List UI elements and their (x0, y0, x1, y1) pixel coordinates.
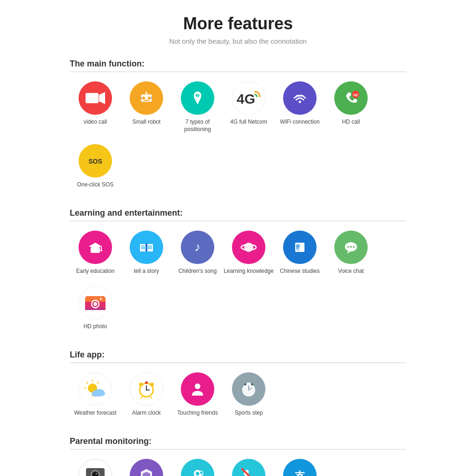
hdcall-icon: HD (334, 81, 368, 115)
positioning-label: 7 types of positioning (172, 119, 223, 133)
sports-label: Sports step (235, 410, 263, 417)
svg-point-81 (145, 381, 148, 384)
song-icon: ♪ (181, 231, 214, 264)
svg-point-83 (195, 383, 200, 389)
voicechat-label: Voice chat (338, 268, 364, 275)
svg-point-71 (92, 391, 99, 397)
feature-alipay: 支 Alipay pocket money (274, 459, 325, 476)
positioning-icon: 7 (181, 81, 214, 115)
svg-rect-90 (251, 383, 253, 385)
feature-video-call: video call (70, 81, 121, 133)
story-icon (130, 231, 163, 264)
feature-weather: Weather forecast (70, 372, 121, 417)
svg-rect-6 (144, 100, 149, 101)
svg-point-102 (196, 472, 199, 476)
robot-label: Small robot (132, 119, 161, 126)
svg-point-53 (347, 246, 349, 248)
main-function-grid: video call (70, 81, 406, 195)
svg-point-18 (299, 101, 301, 103)
learning-knowledge-icon (232, 231, 265, 264)
feature-sports: Sports step (223, 372, 274, 417)
hdphoto-label: HD photo (84, 323, 107, 331)
section-main-function-header: The main function: (70, 59, 406, 72)
wifi-label: WiFi connection (280, 119, 319, 126)
feature-wifi: WiFi WiFi connection (274, 81, 325, 133)
chinese-label: Chinese studies (280, 268, 319, 275)
section-parental-header: Parental monitoring: (70, 436, 406, 450)
svg-rect-31 (147, 244, 153, 251)
chinese-icon (283, 231, 317, 264)
life-app-grid: Weather forecast (70, 372, 406, 423)
feature-friends: Touching friends (172, 372, 223, 417)
feature-voicechat: Voice chat (325, 231, 377, 275)
feature-hdcall: HD HD call (325, 81, 377, 133)
feature-story: tell a story (121, 231, 172, 275)
svg-point-77 (139, 383, 143, 386)
song-label: Children's song (178, 268, 217, 275)
video-call-label: video call (84, 119, 107, 126)
svg-line-68 (86, 382, 88, 383)
weather-icon (79, 372, 112, 406)
safe-icon (130, 459, 163, 476)
section-parental: Parental monitoring: real ti (70, 436, 406, 476)
svg-point-62 (93, 302, 97, 306)
svg-rect-46 (296, 244, 300, 251)
svg-text:♪: ♪ (195, 240, 201, 254)
hdphoto-icon (79, 286, 112, 319)
svg-rect-0 (86, 93, 99, 103)
svg-rect-86 (247, 383, 251, 384)
feature-safe: Safe area (121, 459, 172, 476)
learning-knowledge-label: Learning knowledge (224, 268, 273, 275)
friends-icon (181, 372, 214, 406)
svg-rect-27 (101, 246, 102, 250)
svg-rect-30 (140, 244, 146, 251)
svg-point-105 (200, 471, 203, 474)
disabled-icon (232, 459, 265, 476)
alipay-icon: 支 (283, 459, 317, 476)
sos-label: One-click SOS (77, 181, 114, 189)
motion-icon (181, 459, 214, 476)
svg-point-55 (353, 246, 355, 248)
svg-text:7: 7 (196, 93, 199, 98)
feature-learning-knowledge: Learning knowledge (223, 231, 274, 275)
svg-point-19 (341, 88, 361, 108)
svg-text:HD: HD (353, 93, 358, 97)
weather-label: Weather forecast (74, 410, 116, 417)
feature-early-edu: Early education (70, 231, 121, 275)
learning-grid: Early education (70, 231, 406, 337)
feature-chinese: Chinese studies (274, 231, 325, 275)
svg-text:4G: 4G (237, 91, 255, 106)
section-main-function: The main function: video call (70, 59, 406, 195)
svg-rect-89 (244, 383, 246, 385)
hdcall-label: HD call (342, 119, 360, 126)
alarm-label: Alarm clock (132, 410, 161, 417)
svg-point-95 (96, 473, 97, 474)
feature-disabled: Disabled in class (223, 459, 274, 476)
feature-4g: 4G 4G full Netcom (223, 81, 274, 133)
section-life-app-header: Life app: (70, 350, 406, 363)
story-label: tell a story (134, 268, 159, 275)
sos-icon: SOS (79, 144, 112, 178)
svg-point-63 (100, 298, 102, 300)
svg-rect-32 (145, 243, 147, 251)
parental-grid: real time monitoring Safe area (70, 459, 406, 476)
svg-rect-8 (141, 97, 142, 99)
svg-rect-7 (145, 92, 147, 94)
alarm-icon (130, 372, 163, 406)
svg-point-5 (148, 97, 151, 99)
svg-line-79 (141, 397, 143, 398)
friends-label: Touching friends (177, 410, 218, 417)
svg-point-4 (142, 97, 145, 99)
section-learning-header: Learning and entertainment: (70, 208, 406, 221)
svg-rect-48 (296, 246, 300, 247)
svg-text:支: 支 (294, 470, 305, 476)
4g-label: 4G full Netcom (230, 119, 267, 126)
svg-rect-9 (151, 97, 152, 99)
feature-sos: SOS One-click SOS (70, 144, 121, 189)
svg-rect-47 (296, 245, 300, 246)
svg-marker-1 (99, 92, 105, 104)
4g-icon: 4G (232, 81, 265, 115)
sports-icon (232, 372, 265, 406)
voicechat-icon (334, 231, 368, 264)
svg-line-80 (150, 397, 152, 398)
